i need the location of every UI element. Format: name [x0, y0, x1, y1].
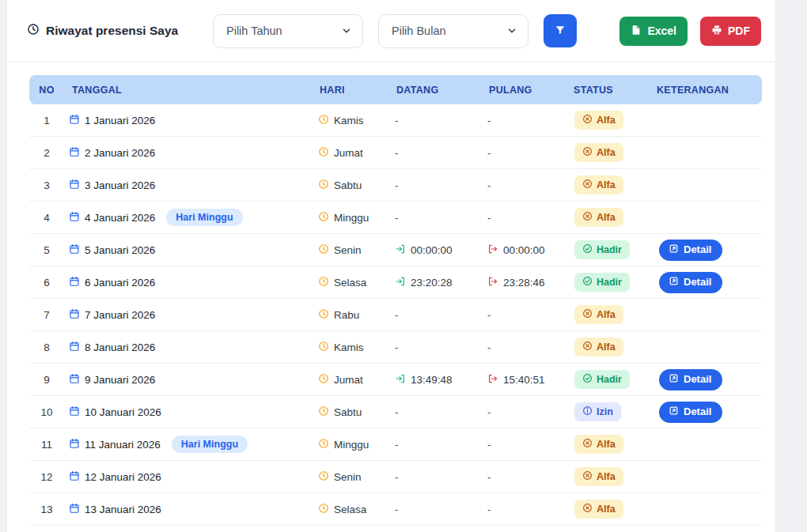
detail-button[interactable]: Detail	[659, 402, 722, 423]
table-row: 11 11 Januari 2026 Hari Minggu Minggu	[29, 428, 762, 461]
calendar-icon	[69, 146, 80, 160]
export-excel-button[interactable]: Excel	[619, 17, 688, 46]
arrival-time: 13:49:48	[411, 374, 453, 386]
check-circle-icon	[582, 373, 593, 386]
row-number: 7	[29, 299, 64, 331]
calendar-icon	[69, 114, 80, 127]
date-label: 11 Januari 2026	[85, 439, 161, 451]
logout-icon	[487, 243, 498, 257]
month-select[interactable]: Pilih Bulan	[378, 14, 529, 48]
row-number: 2	[29, 137, 64, 169]
arrival-empty: -	[395, 471, 399, 483]
calendar-icon	[69, 503, 80, 516]
detail-button-label: Detail	[684, 276, 711, 288]
table-row: 13 13 Januari 2026 Selasa	[29, 493, 762, 526]
status-label: Hadir	[597, 244, 622, 255]
year-select[interactable]: Pilih Tahun	[213, 14, 363, 48]
row-number: 8	[29, 331, 64, 364]
status-label: Alfa	[597, 115, 616, 126]
status-badge: Alfa	[574, 435, 623, 454]
clock-icon	[318, 114, 329, 127]
col-header-hari: HARI	[313, 75, 390, 104]
col-header-no: NO	[29, 75, 64, 104]
date-label: 2 Januari 2026	[85, 147, 155, 159]
clock-icon	[318, 470, 329, 484]
x-circle-icon	[582, 470, 593, 483]
check-circle-icon	[582, 243, 593, 256]
departure-time: 23:28:46	[503, 277, 545, 289]
detail-button-label: Detail	[684, 243, 711, 255]
arrival-empty: -	[395, 406, 399, 418]
pdf-button-label: PDF	[728, 25, 750, 37]
calendar-icon	[69, 341, 80, 354]
excel-button-label: Excel	[647, 25, 676, 37]
day-label: Senin	[334, 471, 362, 483]
status-badge: Alfa	[574, 305, 623, 324]
x-circle-icon	[582, 114, 593, 126]
arrival-empty: -	[395, 309, 399, 321]
status-badge: Hadir	[574, 370, 630, 389]
calendar-icon	[69, 438, 80, 451]
filter-button[interactable]	[544, 14, 577, 47]
date-label: 10 Januari 2026	[85, 406, 161, 418]
status-badge: Alfa	[574, 175, 623, 194]
sunday-badge: Hari Minggu	[166, 209, 242, 226]
detail-button-label: Detail	[684, 373, 711, 385]
departure-empty: -	[487, 147, 491, 159]
box-arrow-icon	[669, 276, 679, 289]
date-label: 5 Januari 2026	[85, 244, 155, 256]
login-icon	[395, 373, 406, 387]
status-badge: Alfa	[574, 208, 623, 227]
box-arrow-icon	[669, 373, 679, 386]
status-badge: Alfa	[574, 467, 623, 486]
day-label: Minggu	[334, 439, 369, 451]
calendar-icon	[69, 373, 80, 387]
attendance-history-card: Riwayat presensi Saya Pilih Tahun Pilih …	[6, 0, 776, 532]
status-label: Alfa	[597, 341, 616, 353]
departure-empty: -	[487, 504, 491, 515]
status-label: Alfa	[597, 504, 616, 515]
card-header: Riwayat presensi Saya Pilih Tahun Pilih …	[7, 0, 775, 62]
arrival-time: 23:20:28	[411, 277, 453, 289]
row-number: 3	[29, 169, 64, 202]
col-header-status: STATUS	[567, 75, 650, 104]
date-label: 12 Januari 2026	[85, 471, 161, 483]
clock-history-icon	[27, 23, 40, 39]
page-title: Riwayat presensi Saya	[46, 24, 178, 38]
status-label: Izin	[597, 406, 613, 417]
row-number: 10	[29, 396, 64, 428]
calendar-icon	[69, 470, 80, 484]
detail-button[interactable]: Detail	[659, 272, 722, 293]
detail-button[interactable]: Detail	[659, 369, 722, 391]
login-icon	[395, 276, 406, 289]
day-label: Jumat	[334, 374, 363, 386]
status-badge: Alfa	[574, 143, 623, 162]
row-number: 13	[29, 493, 64, 526]
status-badge: Hadir	[574, 273, 630, 292]
detail-button[interactable]: Detail	[659, 240, 722, 261]
status-badge: Alfa	[574, 111, 623, 130]
table-row: 7 7 Januari 2026 Rabu	[29, 299, 762, 331]
export-pdf-button[interactable]: PDF	[700, 17, 761, 46]
status-label: Hadir	[597, 277, 622, 288]
row-number: 9	[29, 364, 64, 396]
table-row: 5 5 Januari 2026 Senin	[29, 234, 762, 266]
arrival-empty: -	[395, 147, 399, 159]
day-label: Sabtu	[334, 179, 362, 191]
departure-time: 15:40:51	[503, 374, 545, 386]
table-row: 3 3 Januari 2026 Sabtu	[29, 169, 762, 202]
clock-icon	[318, 308, 329, 322]
departure-empty: -	[487, 179, 491, 191]
box-arrow-icon	[669, 243, 679, 256]
info-circle-icon	[582, 406, 593, 418]
x-circle-icon	[582, 503, 593, 515]
arrival-empty: -	[395, 341, 399, 353]
x-circle-icon	[582, 341, 593, 353]
clock-icon	[318, 406, 329, 419]
row-number: 1	[29, 104, 64, 137]
status-label: Hadir	[597, 374, 622, 385]
x-circle-icon	[582, 211, 593, 224]
attendance-table: NO TANGGAL HARI DATANG PULANG STATUS KET…	[29, 75, 762, 526]
table-row: 10 10 Januari 2026 Sabtu	[29, 396, 762, 428]
calendar-icon	[69, 406, 80, 419]
